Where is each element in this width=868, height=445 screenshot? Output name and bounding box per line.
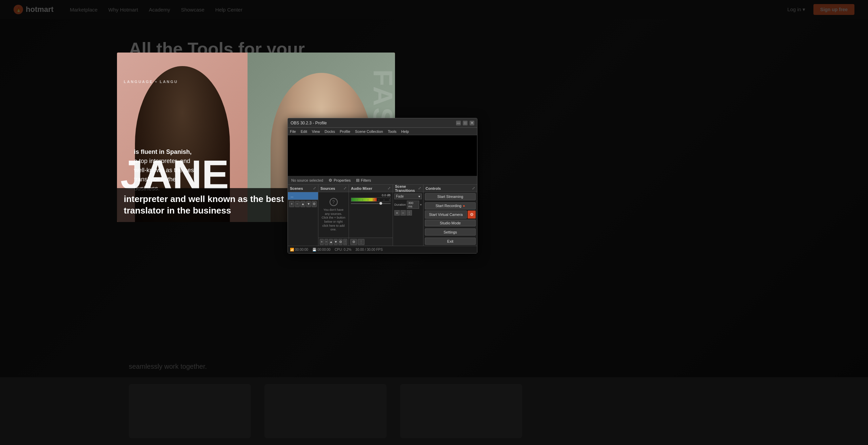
obs-volume-slider[interactable] xyxy=(351,203,391,204)
obs-source-add-button[interactable]: + xyxy=(320,239,324,245)
obs-scenes-expand-icon[interactable]: ⤢ xyxy=(313,186,316,190)
obs-audio-toolbar: ⚙ ⋮ xyxy=(349,238,393,246)
obs-tick-6 xyxy=(379,199,379,201)
obs-transitions-footer: + − ⋮ xyxy=(393,209,423,216)
obs-tick-7 xyxy=(384,199,384,201)
obs-controls-header: Controls ⤢ xyxy=(423,185,477,192)
obs-controls-expand-icon[interactable]: ⤢ xyxy=(472,186,475,190)
obs-volume-db: 0.0 dB xyxy=(351,194,391,197)
obs-properties-button[interactable]: ⚙ Properties xyxy=(329,178,351,183)
chevron-down-icon: ▾ xyxy=(418,195,420,198)
obs-audio-header: Audio Mixer ⤢ xyxy=(349,185,393,192)
obs-fps-status: 30.00 / 30.00 FPS xyxy=(355,248,383,251)
obs-start-virtual-camera-button[interactable]: Start Virtual Camera xyxy=(425,210,467,219)
obs-audio-meter xyxy=(351,198,391,202)
obs-source-menu-button[interactable]: ⋮ xyxy=(343,239,347,245)
obs-scene-up-button[interactable]: ▲ xyxy=(300,201,305,207)
obs-scene-text: ... xyxy=(291,194,293,198)
obs-menu-scene-collection[interactable]: Scene Collection xyxy=(355,129,383,134)
obs-minimize-button[interactable]: — xyxy=(456,121,461,125)
obs-audio-title: Audio Mixer xyxy=(351,186,372,190)
obs-scenes-title: Scenes xyxy=(290,186,303,190)
obs-tick-3 xyxy=(362,199,363,201)
obs-menu-profile[interactable]: Profile xyxy=(340,129,350,134)
obs-no-source-text: No source selected xyxy=(291,178,323,182)
jane-info: is fluent in Spanish, a top interpreter,… xyxy=(134,147,202,193)
obs-transitions-title: Scene Transitions xyxy=(395,185,418,193)
obs-audio-icons: ⤢ xyxy=(388,186,391,190)
obs-scene-add-button[interactable]: + xyxy=(289,201,294,207)
obs-meter-ticks xyxy=(351,199,390,201)
obs-duration-row: Duration 300 ms ▾ xyxy=(394,201,422,209)
obs-sources-expand-icon[interactable]: ⤢ xyxy=(343,186,347,190)
obs-fade-label: Fade xyxy=(396,195,404,198)
obs-titlebar: OBS 30.2.3 - Profile — □ ✕ xyxy=(288,118,477,128)
obs-transition-remove-button[interactable]: − xyxy=(400,210,406,216)
obs-panels: Scenes ⤢ ... + − ▲ ▼ ⚙ Sources ⤢ xyxy=(288,185,477,246)
obs-transition-menu-button[interactable]: ⋮ xyxy=(407,210,412,216)
obs-transitions-header: Scene Transitions ⤢ xyxy=(393,185,423,192)
obs-menu-view[interactable]: View xyxy=(312,129,320,134)
obs-menubar: File Edit View Docks Profile Scene Colle… xyxy=(288,128,477,135)
obs-preview xyxy=(288,135,477,176)
obs-filters-button[interactable]: ▤ Filters xyxy=(356,178,371,182)
obs-source-remove-button[interactable]: − xyxy=(324,239,329,245)
obs-scene-remove-button[interactable]: − xyxy=(295,201,300,207)
disk-icon: 💾 xyxy=(312,248,316,251)
obs-transitions-panel: Scene Transitions ⤢ Fade ▾ Duration 300 … xyxy=(393,185,423,246)
obs-transition-select[interactable]: Fade ▾ xyxy=(394,194,422,199)
obs-tick-5 xyxy=(373,199,374,201)
obs-menu-file[interactable]: File xyxy=(290,129,296,134)
obs-scene-down-button[interactable]: ▼ xyxy=(306,201,311,207)
circular-language-text: LANGUAGE • LANGU xyxy=(124,80,178,84)
obs-scene-item[interactable]: ... xyxy=(288,192,318,200)
recording-indicator: ● xyxy=(463,204,465,208)
obs-source-up-button[interactable]: ▲ xyxy=(329,239,333,245)
obs-source-bar: No source selected ⚙ Properties ▤ Filter… xyxy=(288,176,477,185)
obs-sources-title: Sources xyxy=(320,186,335,190)
obs-source-settings-button[interactable]: ⚙ xyxy=(338,239,342,245)
obs-tick-1 xyxy=(352,199,352,201)
obs-transitions-expand-icon[interactable]: ⤢ xyxy=(418,186,421,190)
jane-info-rest: a top interpreter, and well-known as the… xyxy=(134,158,196,192)
obs-tick-4 xyxy=(368,199,368,201)
filters-icon: ▤ xyxy=(356,178,359,182)
gear-icon: ⚙ xyxy=(329,178,332,183)
obs-duration-input[interactable]: 300 ms xyxy=(407,201,419,209)
obs-settings-button[interactable]: Settings xyxy=(425,228,476,236)
obs-title-text: OBS 30.2.3 - Profile xyxy=(291,121,456,125)
obs-scenes-toolbar: + − ▲ ▼ ⚙ xyxy=(288,200,318,208)
obs-start-streaming-button[interactable]: Start Streaming xyxy=(425,193,476,200)
obs-start-recording-button[interactable]: Start Recording ● xyxy=(425,202,476,209)
obs-scene-settings-button[interactable]: ⚙ xyxy=(312,201,317,207)
obs-menu-edit[interactable]: Edit xyxy=(301,129,307,134)
obs-scenes-icons: ⤢ xyxy=(313,186,316,190)
obs-virtual-cam-row: Start Virtual Camera ⚙ xyxy=(425,210,476,219)
obs-network-status: 📶 00:00:00 xyxy=(290,248,308,251)
obs-transitions-icons: ⤢ xyxy=(418,186,421,190)
obs-exit-button[interactable]: Exit xyxy=(425,238,476,245)
obs-source-down-button[interactable]: ▼ xyxy=(334,239,338,245)
obs-scenes-header: Scenes ⤢ xyxy=(288,185,318,192)
obs-close-button[interactable]: ✕ xyxy=(470,121,474,125)
obs-sources-icons: ⤢ xyxy=(343,186,347,190)
network-icon: 📶 xyxy=(290,248,294,251)
obs-studio-mode-button[interactable]: Studio Mode xyxy=(425,220,476,227)
obs-tick-2 xyxy=(357,199,358,201)
obs-sources-placeholder: ? You don't have any sources. Click the … xyxy=(318,192,349,238)
obs-tick-8 xyxy=(389,199,390,201)
obs-menu-help[interactable]: Help xyxy=(401,129,409,134)
obs-statusbar: 📶 00:00:00 💾 00:00:00 CPU: 0.2% 30.00 / … xyxy=(288,246,477,253)
obs-menu-tools[interactable]: Tools xyxy=(388,129,397,134)
gear-icon-2: ⚙ xyxy=(470,212,474,217)
obs-menu-docks[interactable]: Docks xyxy=(324,129,335,134)
obs-audio-panel: Audio Mixer ⤢ 0.0 dB xyxy=(349,185,393,246)
obs-audio-expand-icon[interactable]: ⤢ xyxy=(388,186,391,190)
obs-audio-settings-button[interactable]: ⚙ xyxy=(350,239,357,245)
obs-transition-add-button[interactable]: + xyxy=(394,210,400,216)
help-icon: ? xyxy=(330,198,338,206)
obs-volume-thumb[interactable] xyxy=(379,202,382,205)
obs-virtual-settings-button[interactable]: ⚙ xyxy=(468,210,476,219)
obs-audio-menu-button[interactable]: ⋮ xyxy=(358,239,364,245)
obs-maximize-button[interactable]: □ xyxy=(463,121,468,125)
